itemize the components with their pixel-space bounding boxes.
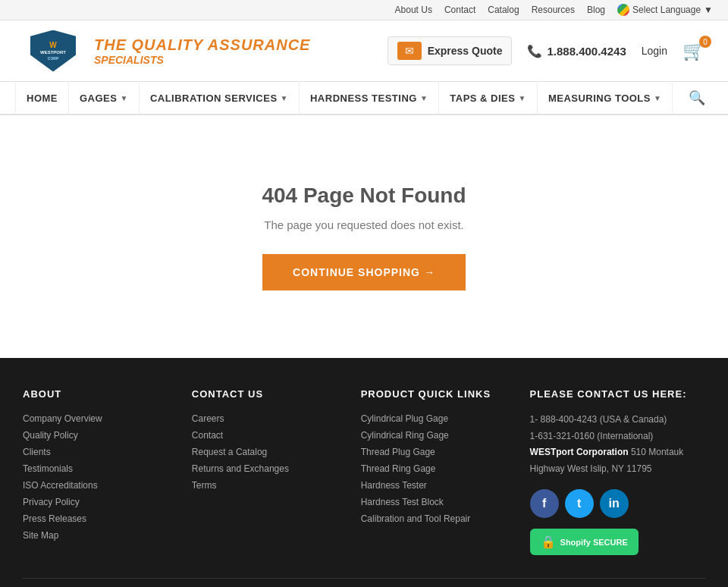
translate-chevron: ▼ — [704, 5, 713, 15]
footer: ABOUT Company Overview Quality Policy Cl… — [0, 358, 728, 587]
list-item: Company Overview — [23, 412, 169, 424]
logo-shield: W WESTPORT CORP — [30, 30, 76, 72]
footer-about-heading: ABOUT — [23, 388, 169, 400]
list-item: Terms — [192, 479, 338, 491]
login-button[interactable]: Login — [642, 45, 667, 57]
footer-bottom: Copyright © 1994- 2018 WESTport Corporat… — [23, 578, 705, 587]
list-item: Press Releases — [23, 512, 169, 524]
social-icons: f t in — [530, 489, 705, 518]
footer-grid: ABOUT Company Overview Quality Policy Cl… — [23, 388, 705, 555]
list-item: Privacy Policy — [23, 495, 169, 507]
list-item: Cylindrical Ring Gage — [361, 428, 507, 441]
footer-contact-list: Careers Contact Request a Catalog Return… — [192, 412, 338, 491]
list-item: ISO Accreditations — [23, 479, 169, 491]
taps-chevron: ▼ — [518, 94, 526, 102]
logo-image[interactable]: W WESTPORT CORP — [23, 28, 83, 74]
footer-quicklinks-heading: PRODUCT QUICK LINKS — [361, 388, 507, 400]
topbar-resources[interactable]: Resources — [532, 5, 575, 15]
cart-button[interactable]: 🛒 0 — [682, 40, 705, 61]
footer-about-list: Company Overview Quality Policy Clients … — [23, 412, 169, 541]
company-name: THE QUALITY ASSURANCE — [94, 36, 310, 54]
footer-quicklinks-col: PRODUCT QUICK LINKS Cylindrical Plug Gag… — [361, 388, 507, 555]
footer-quicklinks-list: Cylindrical Plug Gage Cylindrical Ring G… — [361, 412, 507, 524]
top-bar: About Us Contact Catalog Resources Blog … — [0, 0, 728, 20]
email-icon: ✉ — [397, 42, 422, 60]
lock-icon: 🔒 — [541, 535, 556, 549]
google-icon — [617, 4, 629, 16]
nav-hardness[interactable]: HARDNESS TESTING ▼ — [300, 81, 439, 115]
list-item: Contact — [192, 428, 338, 441]
company-subtitle: SPECIALISTS — [94, 54, 310, 66]
list-item: Request a Catalog — [192, 445, 338, 457]
main-nav: HOME GAGES ▼ CALIBRATION SERVICES ▼ HARD… — [0, 82, 728, 115]
continue-shopping-button[interactable]: CONTINUE SHOPPING → — [262, 254, 466, 290]
facebook-icon[interactable]: f — [530, 489, 559, 518]
topbar-about[interactable]: About Us — [395, 5, 432, 15]
list-item: Thread Ring Gage — [361, 462, 507, 474]
nav-measuring[interactable]: MEASURING TOOLS ▼ — [538, 81, 673, 115]
cart-count: 0 — [699, 36, 711, 48]
twitter-icon[interactable]: t — [565, 489, 594, 518]
calibration-chevron: ▼ — [281, 94, 288, 102]
topbar-blog[interactable]: Blog — [587, 5, 605, 15]
google-translate[interactable]: Select Language ▼ — [617, 4, 713, 16]
header: W WESTPORT CORP THE QUALITY ASSURANCE SP… — [0, 20, 728, 82]
shopify-badge: 🔒 Shopify SECURE — [530, 529, 639, 555]
phone-icon: 📞 — [527, 44, 542, 58]
footer-contact-col: CONTACT US Careers Contact Request a Cat… — [192, 388, 338, 555]
list-item: Thread Plug Gage — [361, 445, 507, 457]
list-item: Clients — [23, 445, 169, 457]
list-item: Hardness Test Block — [361, 495, 507, 507]
phone-area: 📞 1.888.400.4243 — [527, 44, 626, 58]
logo-area: W WESTPORT CORP THE QUALITY ASSURANCE SP… — [23, 28, 310, 74]
measuring-chevron: ▼ — [654, 94, 661, 102]
search-icon[interactable]: 🔍 — [681, 89, 713, 106]
phone-number: 1.888.400.4243 — [547, 45, 626, 58]
error-title: 404 Page Not Found — [262, 184, 466, 208]
list-item: Site Map — [23, 529, 169, 541]
list-item: Careers — [192, 412, 338, 424]
shopify-label: Shopify SECURE — [560, 538, 628, 547]
topbar-contact[interactable]: Contact — [444, 5, 475, 15]
express-quote-label: Express Quote — [428, 45, 503, 57]
footer-contact-heading: CONTACT US — [192, 388, 338, 400]
error-page: 404 Page Not Found The page you requeste… — [0, 115, 728, 358]
topbar-catalog[interactable]: Catalog — [488, 5, 519, 15]
nav-calibration[interactable]: CALIBRATION SERVICES ▼ — [140, 81, 300, 115]
company-branding: THE QUALITY ASSURANCE SPECIALISTS — [94, 36, 310, 66]
footer-contacthere-heading: PLEASE CONTACT US HERE: — [530, 388, 705, 400]
contact-info: 1- 888-400-4243 (USA & Canada) 1-631-321… — [530, 412, 705, 477]
list-item: Cylindrical Plug Gage — [361, 412, 507, 424]
footer-about-col: ABOUT Company Overview Quality Policy Cl… — [23, 388, 169, 555]
phone-intl: 1-631-321-0160 (International) — [530, 428, 705, 445]
hardness-chevron: ▼ — [420, 94, 428, 102]
address: WESTport Corporation 510 Montauk Highway… — [530, 444, 705, 477]
gages-chevron: ▼ — [120, 94, 127, 102]
list-item: Hardness Tester — [361, 479, 507, 491]
translate-label: Select Language — [632, 5, 701, 15]
nav-home[interactable]: HOME — [15, 81, 69, 115]
list-item: Returns and Exchanges — [192, 462, 338, 474]
linkedin-icon[interactable]: in — [600, 489, 629, 518]
nav-taps[interactable]: TAPS & DIES ▼ — [439, 81, 538, 115]
header-right: ✉ Express Quote 📞 1.888.400.4243 Login 🛒… — [388, 36, 705, 65]
list-item: Quality Policy — [23, 428, 169, 441]
phone-usa: 1- 888-400-4243 (USA & Canada) — [530, 412, 705, 428]
list-item: Testimonials — [23, 462, 169, 474]
list-item: Calibration and Tool Repair — [361, 512, 507, 524]
footer-contacthere-col: PLEASE CONTACT US HERE: 1- 888-400-4243 … — [530, 388, 705, 555]
express-quote-button[interactable]: ✉ Express Quote — [388, 36, 513, 65]
error-message: The page you requested does not exist. — [264, 218, 464, 231]
nav-gages[interactable]: GAGES ▼ — [69, 81, 140, 115]
